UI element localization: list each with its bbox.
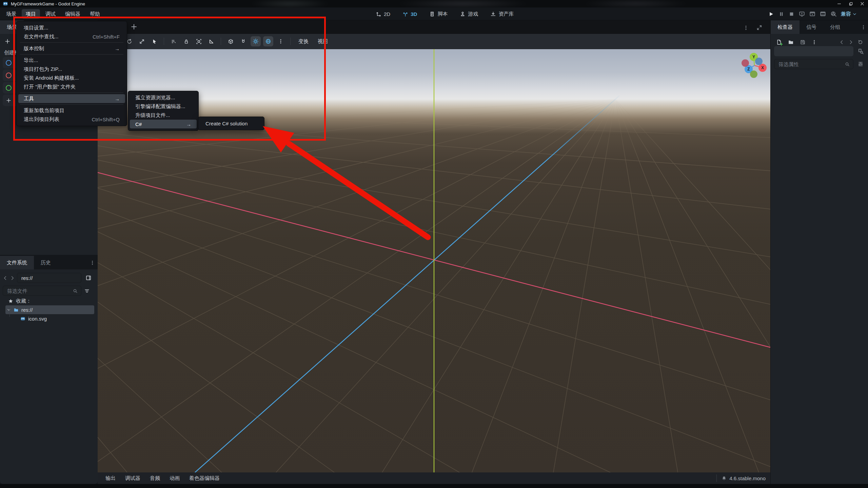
tab-game[interactable]: 游戏 [456,9,481,19]
plus-icon [780,42,783,46]
history-icon[interactable] [857,39,863,45]
window-title: MyGFrameworkGame - Godot Engine [11,1,85,6]
bottom-tab-shader-editor[interactable]: 着色器编辑器 [186,475,223,482]
nav-back-icon[interactable] [3,276,8,281]
menuitem-csharp[interactable]: C#→ [130,120,197,128]
group-button[interactable] [194,36,204,46]
gizmo-neg-x-axis[interactable] [742,59,749,67]
menuitem-open-user-data-folder[interactable]: 打开 “用户数据” 文件夹 [18,82,125,91]
history-back-icon[interactable] [839,40,844,45]
select-list-button[interactable] [169,36,179,46]
new-scene-tab-button[interactable] [130,23,138,30]
bottom-tab-animation[interactable]: 动画 [166,475,183,482]
preview-environment-button[interactable] [263,36,273,46]
filter-properties-input[interactable] [778,61,845,67]
tabstrip-menu-dots-icon[interactable] [743,25,749,30]
stop-button[interactable] [789,11,794,17]
tab-history[interactable]: 历史 [34,256,58,269]
load-resource-folder-icon[interactable] [788,39,794,45]
snap-button[interactable] [238,36,248,46]
preview-sun-button[interactable] [251,36,261,46]
menu-scene[interactable]: 场景 [2,9,20,19]
play-custom-scene-button[interactable] [809,11,815,17]
menuitem-upgrade-project-files[interactable]: 升级项目文件... [130,111,197,120]
nav-forward-icon[interactable] [10,276,15,281]
menuitem-project-settings[interactable]: 项目设置... [18,23,125,32]
history-forward-icon[interactable] [848,40,853,45]
resource-name-box[interactable] [774,46,853,56]
menuitem-reload-project[interactable]: 重新加载当前项目 [18,106,125,115]
maximize-button[interactable] [845,0,856,7]
view-menu[interactable]: 视图 [314,38,331,45]
menu-separator [20,54,123,55]
menuitem-find-in-files[interactable]: 在文件中查找...Ctrl+Shift+F [18,32,125,41]
path-field[interactable] [17,273,81,283]
version-label[interactable]: 4.6.stable.mono [729,475,766,481]
movie-reel-icon[interactable] [830,11,836,17]
preview-settings-dots-icon[interactable] [276,36,286,46]
tab-filesystem[interactable]: 文件系统 [0,256,34,269]
ruler-button[interactable] [206,36,216,46]
new-resource-button[interactable] [776,39,782,45]
path-input[interactable] [21,275,78,281]
filter-files-field[interactable] [3,286,81,296]
sort-icon[interactable] [84,288,90,294]
menuitem-install-android-template[interactable]: 安装 Android 构建模板... [18,74,125,82]
menu-help[interactable]: 帮助 [86,9,104,19]
gizmo-neg-z-axis[interactable] [755,58,763,65]
tab-assetlib[interactable]: 资产库 [487,9,517,19]
gizmo-neg-y-axis[interactable] [750,70,757,78]
menu-debug[interactable]: 调试 [41,9,60,19]
doc-search-icon[interactable] [857,48,864,54]
add-node-button[interactable] [3,37,12,46]
dock-menu-dots-icon[interactable] [90,260,95,265]
tab-signals[interactable]: 信号 [800,20,823,34]
menuitem-quit-to-project-list[interactable]: 退出到项目列表Ctrl+Shift+Q [18,115,125,124]
minimize-button[interactable] [833,0,845,7]
workspace-switcher: 2D 3D 脚本 游戏 资产库 [372,9,517,19]
axis-gizmo[interactable]: Y X Z [737,49,771,83]
tab-script[interactable]: 脚本 [426,9,451,19]
menuitem-orphan-resource-explorer[interactable]: 孤立资源浏览器... [130,93,197,102]
bottom-tab-output[interactable]: 输出 [102,475,119,482]
filter-properties-field[interactable] [774,59,853,69]
menu-project[interactable]: 项目 [22,9,40,19]
menuitem-export[interactable]: 导出... [18,56,125,65]
select-mode-button[interactable] [149,36,159,46]
lock-button[interactable] [181,36,191,46]
expand-viewport-icon[interactable] [756,25,762,30]
menuitem-tools[interactable]: 工具→ [18,94,125,103]
movie-maker-button[interactable] [820,11,826,17]
bell-icon[interactable] [722,476,727,481]
local-coords-button[interactable] [225,36,236,46]
play-scene-button[interactable] [799,11,805,17]
tab-3d[interactable]: 3D [399,9,420,19]
transform-menu[interactable]: 变换 [295,38,312,45]
menuitem-create-csharp-solution[interactable]: Create C# solution [200,119,262,128]
menuitem-version-control[interactable]: 版本控制→ [18,44,125,53]
menu-editor[interactable]: 编辑器 [61,9,84,19]
tab-inspector[interactable]: 检查器 [771,20,800,34]
split-view-icon[interactable] [85,275,92,281]
tree-row-icon-svg[interactable]: icon.svg [20,314,47,323]
scale-mode-button[interactable] [137,36,147,46]
close-button[interactable] [856,0,868,7]
chevron-down-icon[interactable] [7,308,11,312]
play-button[interactable] [768,11,774,17]
filter-files-input[interactable] [6,288,73,294]
dock-menu-dots-icon[interactable] [861,25,866,30]
menuitem-engine-compilation-config[interactable]: 引擎编译配置编辑器... [130,102,197,111]
save-resource-icon[interactable] [800,39,806,45]
project-menu-popup: 项目设置... 在文件中查找...Ctrl+Shift+F 版本控制→ 导出..… [16,21,127,126]
pause-button[interactable] [778,11,784,17]
renderer-select[interactable]: 兼容 [841,11,857,17]
resource-menu-dots-icon[interactable] [812,40,817,45]
tune-sliders-icon[interactable] [857,61,864,67]
bottom-tab-debugger[interactable]: 调试器 [122,475,143,482]
menuitem-pack-zip[interactable]: 项目打包为 ZIP... [18,65,125,74]
csharp-submenu-popup: Create C# solution [198,117,264,130]
tab-2d[interactable]: 2D [372,9,394,19]
bottom-tab-audio[interactable]: 音频 [147,475,163,482]
tree-row-res[interactable]: res:// [5,305,94,314]
tab-groups[interactable]: 分组 [823,20,847,34]
